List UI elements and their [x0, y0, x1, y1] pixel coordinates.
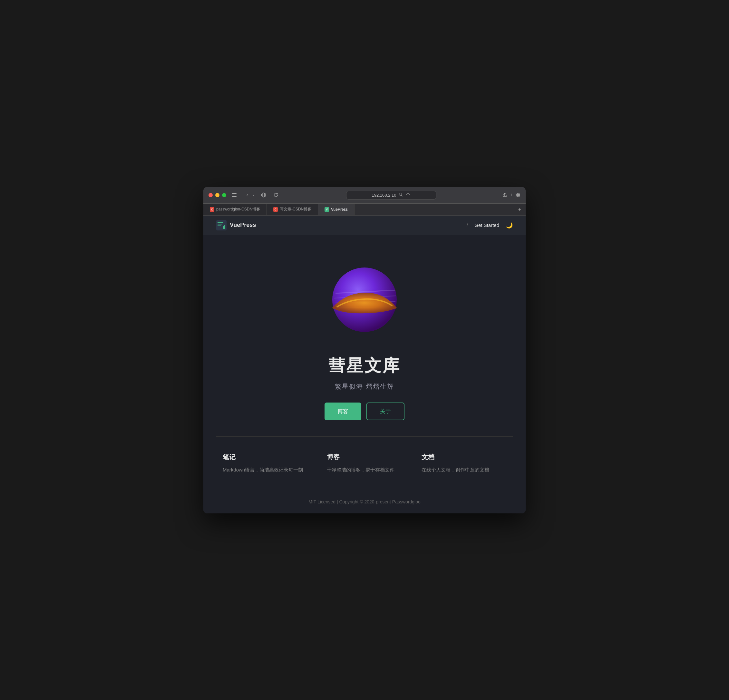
tab-1[interactable]: C passwordgloo-CSDN博客 — [203, 204, 267, 215]
close-button[interactable] — [209, 193, 213, 197]
about-button[interactable]: 关于 — [366, 402, 404, 420]
tab-label-2: 写文章-CSDN博客 — [280, 206, 311, 212]
site-nav: / Get Started 🌙 — [467, 222, 513, 229]
tab-2[interactable]: C 写文章-CSDN博客 — [267, 204, 318, 215]
refresh-button[interactable] — [272, 192, 280, 198]
site-footer: MIT Licensed | Copyright © 2020-present … — [203, 490, 526, 513]
window-menu-button[interactable] — [516, 192, 520, 198]
svg-rect-8 — [516, 195, 518, 197]
feature-blog-desc: 干净整洁的博客，易于存档文件 — [327, 466, 402, 474]
svg-rect-2 — [232, 196, 237, 197]
sidebar-toggle-button[interactable] — [230, 192, 238, 198]
traffic-lights — [209, 193, 226, 197]
address-bar-wrapper: 192.168.2.10 — [284, 191, 498, 199]
svg-rect-7 — [518, 193, 520, 195]
feature-notes-desc: Markdown语言，简洁高效记录每一刻 — [223, 466, 308, 474]
tab-favicon-2: C — [273, 207, 278, 212]
site-header: VuePress / Get Started 🌙 — [203, 216, 526, 235]
hero-title: 彗星文库 — [328, 354, 401, 377]
feature-docs: 文档 在线个人文档，创作中意的文档 — [412, 453, 506, 474]
svg-rect-12 — [218, 224, 222, 225]
hero-buttons: 博客 关于 — [325, 402, 404, 420]
toolbar-actions: + — [502, 192, 520, 198]
new-tab-plus[interactable]: + — [514, 204, 526, 215]
tab-favicon-3: V — [325, 207, 329, 212]
svg-rect-6 — [516, 193, 518, 195]
feature-docs-desc: 在线个人文档，创作中意的文档 — [421, 466, 506, 474]
features-section: 笔记 Markdown语言，简洁高效记录每一刻 博客 干净整洁的博客，易于存档文… — [203, 437, 526, 490]
nav-separator: / — [467, 222, 468, 228]
hero-subtitle: 繁星似海 熠熠生辉 — [335, 382, 394, 391]
site-title: VuePress — [230, 222, 256, 228]
svg-rect-1 — [232, 195, 237, 195]
share-button[interactable] — [502, 192, 507, 198]
forward-button[interactable]: › — [251, 192, 256, 198]
footer-text: MIT Licensed | Copyright © 2020-present … — [308, 499, 421, 504]
page-content: VuePress / Get Started 🌙 — [203, 216, 526, 513]
tab-3[interactable]: V VuePress — [318, 204, 354, 215]
tab-label-3: VuePress — [331, 207, 348, 212]
svg-rect-9 — [518, 195, 520, 197]
vuepress-logo-icon — [216, 220, 227, 231]
hero-section: 彗星文库 繁星似海 熠熠生辉 博客 关于 — [203, 235, 526, 436]
address-text: 192.168.2.10 — [372, 193, 396, 198]
address-bar[interactable]: 192.168.2.10 — [346, 191, 436, 199]
site-logo: VuePress — [216, 220, 256, 231]
maximize-button[interactable] — [222, 193, 226, 197]
feature-docs-title: 文档 — [421, 453, 506, 462]
planet-svg — [319, 255, 410, 345]
browser-window: ‹ › 192.168.2.10 — [203, 187, 526, 513]
feature-blog: 博客 干净整洁的博客，易于存档文件 — [317, 453, 412, 474]
tab-label-1: passwordgloo-CSDN博客 — [216, 206, 260, 212]
nav-buttons: ‹ › — [245, 192, 256, 198]
svg-rect-0 — [232, 193, 237, 194]
svg-rect-11 — [218, 222, 223, 223]
feature-notes-title: 笔记 — [223, 453, 308, 462]
tab-favicon-1: C — [210, 207, 214, 212]
planet-illustration — [319, 255, 410, 345]
svg-rect-13 — [218, 225, 221, 226]
new-tab-button[interactable]: + — [510, 192, 513, 198]
minimize-button[interactable] — [215, 193, 219, 197]
tabs-bar: C passwordgloo-CSDN博客 C 写文章-CSDN博客 V Vue… — [203, 204, 526, 216]
globe-icon[interactable] — [260, 192, 268, 198]
get-started-link[interactable]: Get Started — [474, 222, 499, 228]
theme-toggle-button[interactable]: 🌙 — [506, 222, 513, 229]
blog-button[interactable]: 博客 — [325, 402, 361, 420]
feature-notes: 笔记 Markdown语言，简洁高效记录每一刻 — [223, 453, 317, 474]
back-button[interactable]: ‹ — [245, 192, 250, 198]
feature-blog-title: 博客 — [327, 453, 402, 462]
title-bar: ‹ › 192.168.2.10 — [203, 187, 526, 204]
